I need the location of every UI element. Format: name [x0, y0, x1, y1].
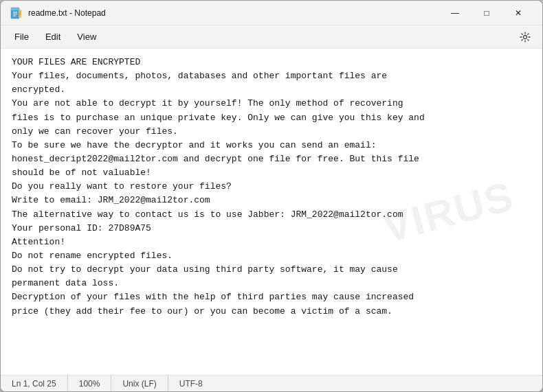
minimize-button[interactable]: —: [439, 1, 471, 25]
line-ending: Unix (LF): [111, 376, 168, 391]
menu-edit[interactable]: Edit: [37, 29, 69, 45]
svg-rect-5: [19, 10, 21, 18]
title-bar: readme.txt - Notepad — □ ✕: [1, 1, 542, 25]
window-title: readme.txt - Notepad: [28, 8, 439, 18]
notepad-window: readme.txt - Notepad — □ ✕ File Edit Vie…: [0, 0, 543, 392]
zoom-level: 100%: [68, 376, 112, 391]
window-controls: — □ ✕: [439, 1, 534, 25]
settings-button[interactable]: [513, 27, 537, 47]
maximize-button[interactable]: □: [471, 1, 502, 25]
menu-file[interactable]: File: [6, 29, 37, 45]
status-bar: Ln 1, Col 25 100% Unix (LF) UTF-8: [1, 375, 542, 391]
app-icon: [9, 6, 23, 20]
svg-rect-1: [11, 8, 19, 10]
menu-view[interactable]: View: [69, 29, 104, 45]
editor-area[interactable]: VIRUS YOUR FILES ARE ENCRYPTED Your file…: [1, 49, 542, 375]
svg-point-9: [524, 35, 527, 38]
menu-bar: File Edit View: [1, 25, 542, 49]
encoding: UTF-8: [168, 376, 214, 391]
close-button[interactable]: ✕: [502, 1, 534, 25]
cursor-position: Ln 1, Col 25: [1, 376, 68, 391]
editor-content[interactable]: YOUR FILES ARE ENCRYPTED Your files, doc…: [12, 56, 531, 319]
